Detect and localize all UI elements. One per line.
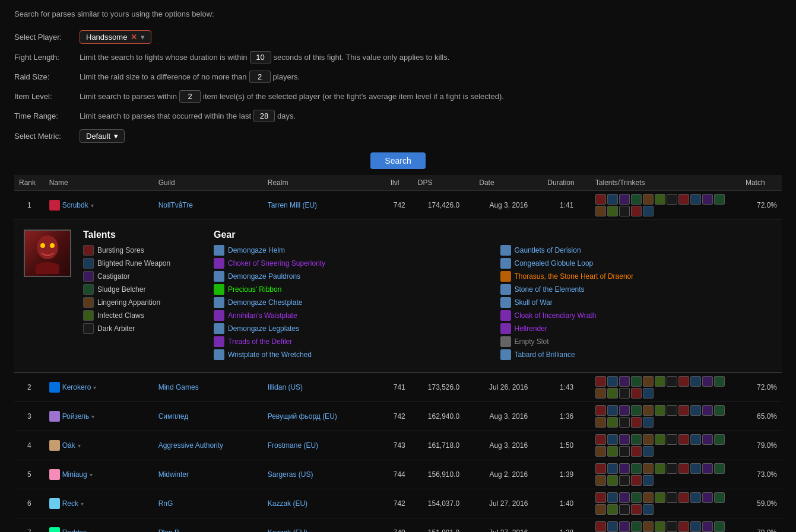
gear-icon xyxy=(214,245,224,256)
gear-name-link[interactable]: Congealed Globule Loop xyxy=(515,259,594,267)
gear-name-link[interactable]: Annihilan's Waistplate xyxy=(228,311,297,320)
gear-name-link[interactable]: Stone of the Elements xyxy=(515,285,585,294)
table-row[interactable]: 6 Reck ▾ RnG Kazzak (EU) 742 154,037.0 J… xyxy=(14,489,782,518)
gear-name-link[interactable]: Treads of the Defiler xyxy=(228,337,292,346)
trinket-icon xyxy=(595,521,606,532)
talent-icon xyxy=(83,271,94,282)
realm-cell: Kazzak (EU) xyxy=(263,489,386,518)
guild-link[interactable]: NollTvåTre xyxy=(158,201,193,209)
item-level-input[interactable]: 2 xyxy=(179,90,201,103)
realm-link[interactable]: Kazzak (EU) xyxy=(268,528,307,532)
name-cell: Reddes ▾ xyxy=(45,518,154,533)
talent-name: Bursting Sores xyxy=(97,246,144,254)
table-row[interactable]: 7 Reddes ▾ Plan B Kazzak (EU) 740 151,99… xyxy=(14,518,782,533)
player-badge[interactable]: Handssome ✕ ▾ xyxy=(80,30,151,44)
realm-link[interactable]: Kazzak (EU) xyxy=(268,499,307,508)
trinket-icon xyxy=(678,434,689,445)
expand-arrow: ▾ xyxy=(91,202,94,209)
guild-link[interactable]: Mind Games xyxy=(158,383,199,391)
realm-link[interactable]: Sargeras (US) xyxy=(268,470,313,479)
trinket-icon xyxy=(631,475,642,486)
player-name-link[interactable]: Scrubdk xyxy=(62,201,88,209)
guild-link[interactable]: Aggressive Authority xyxy=(158,441,223,450)
ilvl-cell: 744 xyxy=(386,460,413,489)
expand-arrow: ▾ xyxy=(91,413,94,420)
fight-length-row: Fight Length: Limit the search to fights… xyxy=(14,51,782,63)
realm-link[interactable]: Ревущий фьорд (EU) xyxy=(268,412,337,420)
gear-item: Thorasus, the Stone Heart of Draenor xyxy=(500,271,773,282)
player-name-link[interactable]: Kerokero xyxy=(62,383,91,391)
ilvl-cell: 742 xyxy=(386,402,413,431)
gear-name-link[interactable]: Demongaze Pauldrons xyxy=(228,272,300,281)
talents-cell xyxy=(591,518,741,533)
gear-name-link[interactable]: Demongaze Chestplate xyxy=(228,298,302,307)
guild-link[interactable]: Midwinter xyxy=(158,470,189,479)
trinket-icon xyxy=(714,405,725,416)
gear-name-link[interactable]: Demongaze Legplates xyxy=(228,324,299,333)
gear-name-link[interactable]: Gauntlets of Derision xyxy=(515,246,581,254)
guild-link[interactable]: RnG xyxy=(158,499,173,508)
player-name-link[interactable]: Oák xyxy=(62,441,75,450)
player-name-link[interactable]: Miniaug xyxy=(62,470,87,479)
trinket-icon xyxy=(631,206,642,216)
time-range-input[interactable]: 28 xyxy=(253,110,275,122)
remove-player-button[interactable]: ✕ xyxy=(131,33,137,42)
gear-name-link[interactable]: Choker of Sneering Superiority xyxy=(228,259,325,267)
gear-name-link[interactable]: Tabard of Brilliance xyxy=(515,351,575,359)
gear-item: Demongaze Helm xyxy=(214,245,486,256)
raid-size-input[interactable]: 2 xyxy=(249,71,271,83)
time-range-label: Time Range: xyxy=(14,112,80,120)
table-row[interactable]: 5 Miniaug ▾ Midwinter Sargeras (US) 744 … xyxy=(14,460,782,489)
trinket-icon xyxy=(655,434,665,445)
gear-name-link[interactable]: Hellrender xyxy=(515,324,547,333)
metric-dropdown[interactable]: Default ▾ xyxy=(80,129,125,143)
trinket-icon xyxy=(595,492,606,503)
guild-link[interactable]: Симплед xyxy=(158,412,189,420)
trinket-icon xyxy=(702,434,713,445)
trinket-icon xyxy=(702,405,713,416)
table-row[interactable]: 2 Kerokero ▾ Mind Games Illidan (US) 741… xyxy=(14,372,782,402)
results-table: Rank Name Guild Realm Ilvl DPS Date Dura… xyxy=(14,175,782,532)
search-button[interactable]: Search xyxy=(370,152,425,169)
guild-cell: Mind Games xyxy=(154,372,263,402)
fight-length-input[interactable]: 10 xyxy=(250,51,271,63)
table-row[interactable]: 4 Oák ▾ Aggressive Authority Frostmane (… xyxy=(14,431,782,460)
fight-length-desc-after: seconds of this fight. This value only a… xyxy=(274,53,450,62)
player-name-link[interactable]: Ройзель xyxy=(62,412,90,420)
player-name-link[interactable]: Reck xyxy=(62,499,78,508)
gear-name-link[interactable]: Empty Slot xyxy=(515,337,549,346)
realm-link[interactable]: Tarren Mill (EU) xyxy=(268,201,317,209)
gear-name-link[interactable]: Skull of War xyxy=(515,298,553,307)
guild-cell: Симплед xyxy=(154,402,263,431)
table-row[interactable]: 1 Scrubdk ▾ NollTvåTre Tarren Mill (EU) … xyxy=(14,191,782,220)
player-dropdown-arrow[interactable]: ▾ xyxy=(141,33,145,42)
expanded-row: Talents Bursting Sores Blighted Rune Wea… xyxy=(14,220,782,373)
gear-name-link[interactable]: Demongaze Helm xyxy=(228,246,285,254)
name-cell: Oák ▾ xyxy=(45,431,154,460)
gear-name-link[interactable]: Wristplate of the Wretched xyxy=(228,351,312,359)
name-cell: Miniaug ▾ xyxy=(45,460,154,489)
guild-link[interactable]: Plan B xyxy=(158,528,179,532)
gear-item: Wristplate of the Wretched xyxy=(214,349,486,360)
gear-name-link[interactable]: Precious' Ribbon xyxy=(228,285,281,294)
trinket-icon xyxy=(655,492,665,503)
realm-link[interactable]: Illidan (US) xyxy=(268,383,303,391)
talents-cell xyxy=(591,460,741,489)
trinket-icon xyxy=(631,446,642,457)
trinket-icon xyxy=(595,417,606,428)
realm-link[interactable]: Frostmane (EU) xyxy=(268,441,318,450)
duration-cell: 1:38 xyxy=(543,518,591,533)
ilvl-cell: 740 xyxy=(386,518,413,533)
dps-cell: 154,037.0 xyxy=(413,489,475,518)
guild-cell: Aggressive Authority xyxy=(154,431,263,460)
table-row[interactable]: 3 Ройзель ▾ Симплед Ревущий фьорд (EU) 7… xyxy=(14,402,782,431)
talent-icon xyxy=(83,310,94,321)
trinket-icon xyxy=(643,504,654,515)
talent-item: Infected Claws xyxy=(83,310,202,321)
trinket-icon xyxy=(678,492,689,503)
gear-name-link[interactable]: Cloak of Incendiary Wrath xyxy=(515,311,597,320)
trinket-icon xyxy=(607,492,618,503)
item-level-row: Item Level: Limit search to parses withi… xyxy=(14,90,782,103)
player-name-link[interactable]: Reddes xyxy=(62,528,87,532)
gear-name-link[interactable]: Thorasus, the Stone Heart of Draenor xyxy=(515,272,634,281)
